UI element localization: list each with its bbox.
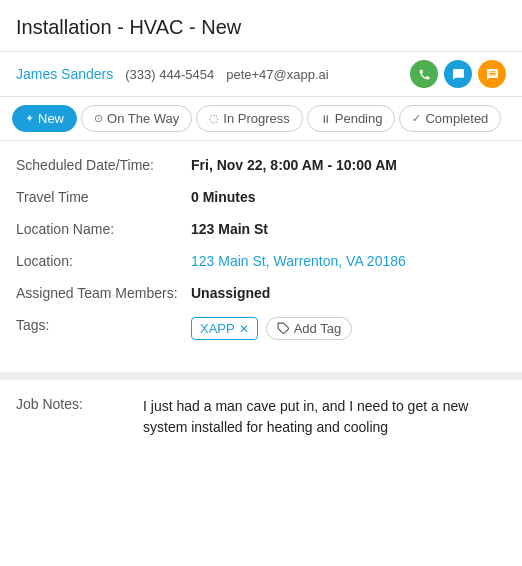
tag-icon	[277, 322, 290, 335]
completed-tab-icon: ✓	[412, 112, 421, 125]
tab-new[interactable]: ✦ New	[12, 105, 77, 132]
tab-completed-label: Completed	[425, 111, 488, 126]
add-tag-button[interactable]: Add Tag	[266, 317, 352, 340]
location-name-label: Location Name:	[16, 221, 191, 237]
pending-tab-icon: ⏸	[320, 113, 331, 125]
tab-pending-label: Pending	[335, 111, 383, 126]
notes-label: Job Notes:	[16, 396, 131, 412]
location-name-row: Location Name: 123 Main St	[16, 221, 506, 237]
team-label: Assigned Team Members:	[16, 285, 191, 301]
scheduled-value: Fri, Nov 22, 8:00 AM - 10:00 AM	[191, 157, 397, 173]
tab-on-the-way[interactable]: ⊙ On The Way	[81, 105, 192, 132]
scheduled-row: Scheduled Date/Time: Fri, Nov 22, 8:00 A…	[16, 157, 506, 173]
travel-time-row: Travel Time 0 Minutes	[16, 189, 506, 205]
tab-in-progress[interactable]: ◌ In Progress	[196, 105, 302, 132]
status-bar: ✦ New ⊙ On The Way ◌ In Progress ⏸ Pendi…	[0, 97, 522, 141]
scheduled-label: Scheduled Date/Time:	[16, 157, 191, 173]
on-the-way-tab-icon: ⊙	[94, 112, 103, 125]
team-row: Assigned Team Members: Unassigned	[16, 285, 506, 301]
notes-row: Job Notes: I just had a man cave put in,…	[16, 396, 506, 438]
page-title: Installation - HVAC - New	[0, 0, 522, 51]
location-label: Location:	[16, 253, 191, 269]
tags-label: Tags:	[16, 317, 191, 333]
in-progress-tab-icon: ◌	[209, 112, 219, 125]
tab-on-the-way-label: On The Way	[107, 111, 179, 126]
location-value[interactable]: 123 Main St, Warrenton, VA 20186	[191, 253, 406, 269]
tag-xapp: XAPP ✕	[191, 317, 258, 340]
chat-icon[interactable]	[444, 60, 472, 88]
tab-completed[interactable]: ✓ Completed	[399, 105, 501, 132]
team-value: Unassigned	[191, 285, 270, 301]
contact-icons	[410, 60, 506, 88]
location-name-value: 123 Main St	[191, 221, 268, 237]
tag-remove-button[interactable]: ✕	[239, 322, 249, 336]
contact-phone: (333) 444-5454	[125, 67, 214, 82]
section-divider	[0, 372, 522, 380]
sms-icon[interactable]	[478, 60, 506, 88]
new-tab-icon: ✦	[25, 112, 34, 125]
tab-pending[interactable]: ⏸ Pending	[307, 105, 396, 132]
contact-name[interactable]: James Sanders	[16, 66, 113, 82]
notes-section: Job Notes: I just had a man cave put in,…	[0, 380, 522, 454]
contact-bar: James Sanders (333) 444-5454 pete+47@xap…	[0, 51, 522, 97]
travel-time-label: Travel Time	[16, 189, 191, 205]
tag-name: XAPP	[200, 321, 235, 336]
location-row: Location: 123 Main St, Warrenton, VA 201…	[16, 253, 506, 269]
tab-in-progress-label: In Progress	[223, 111, 289, 126]
phone-icon[interactable]	[410, 60, 438, 88]
add-tag-label: Add Tag	[294, 321, 341, 336]
detail-section: Scheduled Date/Time: Fri, Nov 22, 8:00 A…	[0, 141, 522, 372]
travel-time-value: 0 Minutes	[191, 189, 256, 205]
contact-email: pete+47@xapp.ai	[226, 67, 398, 82]
tags-container: XAPP ✕ Add Tag	[191, 317, 352, 340]
notes-value: I just had a man cave put in, and I need…	[143, 396, 506, 438]
tags-row: Tags: XAPP ✕ Add Tag	[16, 317, 506, 340]
tab-new-label: New	[38, 111, 64, 126]
